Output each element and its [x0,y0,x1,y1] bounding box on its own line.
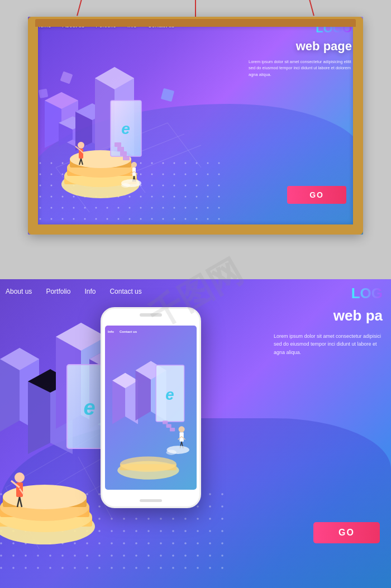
bottom-nav-contact[interactable]: Contact us [109,288,141,295]
bottom-section: e Info Contact us [0,279,391,588]
svg-point-36 [131,162,137,168]
nav-info[interactable]: Info [127,22,137,28]
bottom-logo: LOG [351,285,383,302]
nav-portfolio[interactable]: Portfolio [96,22,116,28]
phone-nav-contact: Contact us [120,330,137,333]
bottom-nav-about[interactable]: About us [6,288,32,295]
phone-iso: e [105,340,197,490]
bottom-nav-info[interactable]: Info [84,288,96,295]
svg-rect-104 [179,432,183,442]
phone-nav: Info Contact us [108,330,137,333]
svg-point-43 [121,183,130,188]
phone-mockup: Info Contact us e [101,307,201,508]
phone-nav-info: Info [108,330,114,333]
go-button-bottom[interactable]: GO [313,522,380,543]
svg-rect-48 [161,88,174,102]
artwork-title: web page [296,39,352,54]
artwork-logo: LOGO [316,21,352,36]
phone-screen: Info Contact us e [105,326,197,490]
svg-line-7 [168,123,201,168]
phone-home-button [140,499,162,502]
svg-point-80 [3,485,87,509]
svg-rect-47 [123,156,130,160]
svg-rect-45 [117,147,124,151]
artwork-lorem: Lorem ipsum dolor sit amet consectetur a… [249,59,355,78]
svg-rect-111 [163,420,168,424]
svg-rect-49 [39,89,48,98]
frame-container: e [28,17,363,235]
svg-text:e: e [83,396,95,419]
svg-point-103 [179,426,185,432]
bottom-title: web pa [333,307,383,324]
bottom-nav-portfolio[interactable]: Portfolio [46,288,70,295]
svg-rect-44 [115,142,121,147]
bottom-nav: About us Portfolio Info Contact us [6,288,142,295]
svg-point-110 [166,450,177,455]
go-button-top[interactable]: GO [287,186,346,204]
nav-home[interactable]: Home [36,22,51,28]
nav-about[interactable]: About us [63,22,84,28]
svg-rect-113 [170,428,175,431]
svg-point-27 [78,142,84,149]
nav-contact[interactable]: Contact us [148,22,175,28]
svg-rect-46 [120,151,127,156]
svg-text:e: e [165,386,174,403]
svg-rect-112 [166,424,171,428]
svg-point-116 [120,456,177,472]
svg-point-81 [15,472,25,482]
svg-text:e: e [121,120,130,137]
artwork-nav: Home About us Portfolio Info Contact us [36,22,174,28]
svg-rect-50 [60,71,73,84]
artwork: e [28,17,363,235]
isometric-illustration-top: e [28,56,218,235]
hanger-wire [195,0,196,17]
phone-notch [140,313,162,317]
bottom-lorem: Lorem ipsum dolor sit amet consectetur a… [274,332,385,356]
